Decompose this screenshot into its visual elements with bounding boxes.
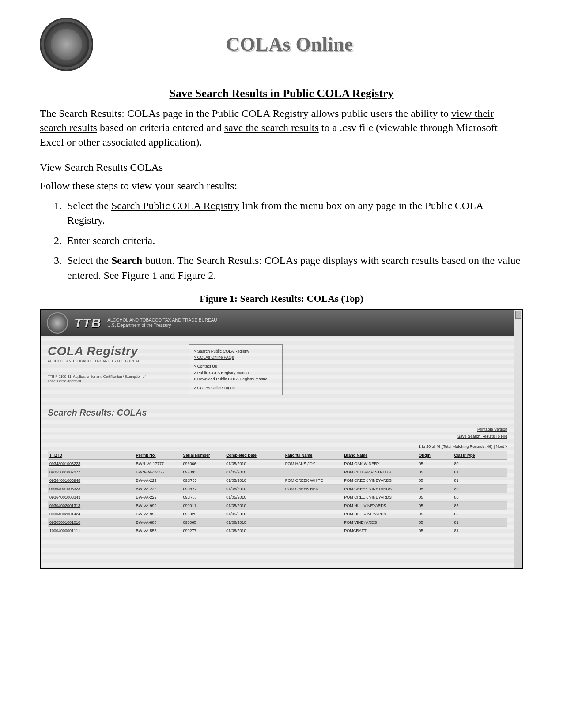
cell-fanciful-name [283, 502, 342, 510]
menu-faqs[interactable]: > COLAs Online FAQs [194, 354, 278, 360]
cell-brand-name: POM OAK WINERY [342, 460, 417, 468]
save-results-link[interactable]: save the search results [224, 122, 319, 133]
col-fanciful-name[interactable]: Fanciful Name [283, 451, 342, 460]
col-origin[interactable]: Origin [417, 451, 452, 460]
cell-origin: 05 [417, 477, 452, 485]
cell-ttb-id[interactable]: 09305001001010 [48, 518, 134, 527]
cell-fanciful-name [283, 468, 342, 477]
cell-class-type: 80 [452, 510, 507, 518]
intro-text: based on criteria entered and [97, 122, 224, 133]
cell-permit-no: BW-VA-222 [134, 485, 181, 493]
cell-completed-date: 01/05/2010 [224, 477, 283, 485]
cell-brand-name: POM HILL VINEYARDS [342, 502, 417, 510]
table-row: 09348001003223BWN-VA-1777709606601/05/20… [48, 460, 507, 468]
search-public-registry-link[interactable]: Search Public COLA Registry [111, 200, 239, 211]
steps-list: Select the Search Public COLA Registry l… [40, 199, 523, 283]
cell-origin: 05 [417, 485, 452, 493]
col-serial-number[interactable]: Serial Number [181, 451, 225, 460]
menu-box: > Search Public COLA Registry > COLAs On… [189, 344, 283, 395]
col-ttb-id[interactable]: TTB ID [48, 451, 134, 460]
cell-origin: 05 [417, 468, 452, 477]
table-row: 09364001003323BW-VA-22209JR7701/05/2010P… [48, 485, 507, 493]
cell-brand-name: POM CREEK VINEYARDS [342, 477, 417, 485]
cell-serial-number: 090277 [181, 527, 225, 535]
col-class-type[interactable]: Class/Type [452, 451, 507, 460]
results-heading: Search Results: COLAs [48, 408, 507, 418]
intro-text: The Search Results: COLAs page in the Pu… [40, 108, 451, 119]
table-row: 09364001003343BW-VA-22209JR8801/05/2010P… [48, 493, 507, 502]
figure-caption: Figure 1: Search Results: COLAs (Top) [40, 293, 523, 304]
cell-class-type: 80 [452, 460, 507, 468]
cell-permit-no: BW-VA-222 [134, 477, 181, 485]
cell-class-type: 81 [452, 477, 507, 485]
cell-ttb-id[interactable]: 10004000001111 [48, 527, 134, 535]
menu-download-manual[interactable]: > Download Public COLA Registry Manual [194, 376, 278, 382]
cell-completed-date: 01/05/2010 [224, 468, 283, 477]
screenshot-banner: TTB ALCOHOL AND TOBACCO TAX AND TRADE BU… [41, 310, 522, 336]
col-completed-date[interactable]: Completed Date [224, 451, 283, 460]
form-note: TTB F 5100.31: Application for and Certi… [48, 375, 162, 384]
menu-public-manual[interactable]: > Public COLA Registry Manual [194, 370, 278, 376]
cell-completed-date: 01/05/2010 [224, 493, 283, 502]
step-3: Select the Search button. The Search Res… [64, 253, 523, 283]
ttb-logo-text: TTB [74, 315, 101, 330]
cell-fanciful-name [283, 510, 342, 518]
cell-ttb-id[interactable]: 09364001003343 [48, 493, 134, 502]
cell-ttb-id[interactable]: 09364001003948 [48, 477, 134, 485]
step-text: Select the [67, 200, 111, 211]
col-brand-name[interactable]: Brand Name [342, 451, 417, 460]
ttb-seal-small-icon [47, 312, 68, 334]
cell-ttb-id[interactable]: 09304002001424 [48, 510, 134, 518]
col-permit-no[interactable]: Permit No. [134, 451, 181, 460]
intro-paragraph: The Search Results: COLAs page in the Pu… [40, 106, 523, 149]
registry-title: COLA Registry [48, 344, 180, 358]
cell-brand-name: POM CELLAR VINTNERS [342, 468, 417, 477]
table-row: 09364001003948BW-VA-22209JR6501/05/2010P… [48, 477, 507, 485]
cell-serial-number: 090022 [181, 510, 225, 518]
cell-class-type: 81 [452, 468, 507, 477]
cell-origin: 05 [417, 510, 452, 518]
cell-class-type: 81 [452, 527, 507, 535]
cell-ttb-id[interactable]: 09364001003323 [48, 485, 134, 493]
menu-contact[interactable]: > Contact Us [194, 363, 278, 369]
bureau-line: U.S. Department of the Treasury [107, 323, 217, 328]
cell-brand-name: POM HILL VINEYARDS [342, 510, 417, 518]
ttb-seal-icon [40, 18, 93, 71]
cell-brand-name: POM CREEK VINEYARDS [342, 485, 417, 493]
cell-fanciful-name: POM HAUS JOY [283, 460, 342, 468]
cell-fanciful-name [283, 493, 342, 502]
cell-completed-date: 01/06/2010 [224, 518, 283, 527]
cell-class-type: 80 [452, 493, 507, 502]
cell-class-type: 81 [452, 518, 507, 527]
printable-version-link[interactable]: Printable Version [48, 426, 507, 433]
menu-logon[interactable]: > COLAs Online Logon [194, 385, 278, 391]
cell-ttb-id[interactable]: 09304002001313 [48, 502, 134, 510]
bureau-text: ALCOHOL AND TOBACCO TAX AND TRADE BUREAU… [107, 318, 217, 328]
cell-origin: 05 [417, 502, 452, 510]
screenshot-left-col: COLA Registry ALCOHOL AND TOBACCO TAX AN… [48, 344, 180, 395]
table-row: 10004000001111BW-VA-55509027701/08/2010P… [48, 527, 507, 535]
cell-permit-no: BW-VA-999 [134, 510, 181, 518]
cell-ttb-id[interactable]: 09355001007277 [48, 468, 134, 477]
scrollbar[interactable] [514, 310, 522, 568]
save-results-file-link[interactable]: Save Search Results To File [48, 433, 507, 440]
menu-search-registry[interactable]: > Search Public COLA Registry [194, 348, 278, 354]
step-2: Enter search criteria. [64, 233, 523, 248]
cell-ttb-id[interactable]: 09348001003223 [48, 460, 134, 468]
table-header-row: TTB ID Permit No. Serial Number Complete… [48, 451, 507, 460]
step-text: Select the [67, 255, 111, 266]
cell-fanciful-name: POM CREEK RED [283, 485, 342, 493]
cell-origin: 05 [417, 460, 452, 468]
cell-class-type: 85 [452, 502, 507, 510]
pager: 1 to 20 of 46 (Total Matching Records: 4… [48, 444, 507, 449]
cell-serial-number: 09JR88 [181, 493, 225, 502]
cell-permit-no: BW-VA-888 [134, 518, 181, 527]
results-action-links: Printable Version Save Search Results To… [48, 426, 507, 440]
cell-completed-date: 01/05/2010 [224, 460, 283, 468]
cell-origin: 05 [417, 527, 452, 535]
cell-permit-no: BW-VA-555 [134, 527, 181, 535]
step-1: Select the Search Public COLA Registry l… [64, 199, 523, 228]
table-row: 09304002001424BW-VA-99909002201/05/2010P… [48, 510, 507, 518]
cell-brand-name: POM CREEK VINEYARDS [342, 493, 417, 502]
screenshot-body: COLA Registry ALCOHOL AND TOBACCO TAX AN… [41, 336, 514, 568]
